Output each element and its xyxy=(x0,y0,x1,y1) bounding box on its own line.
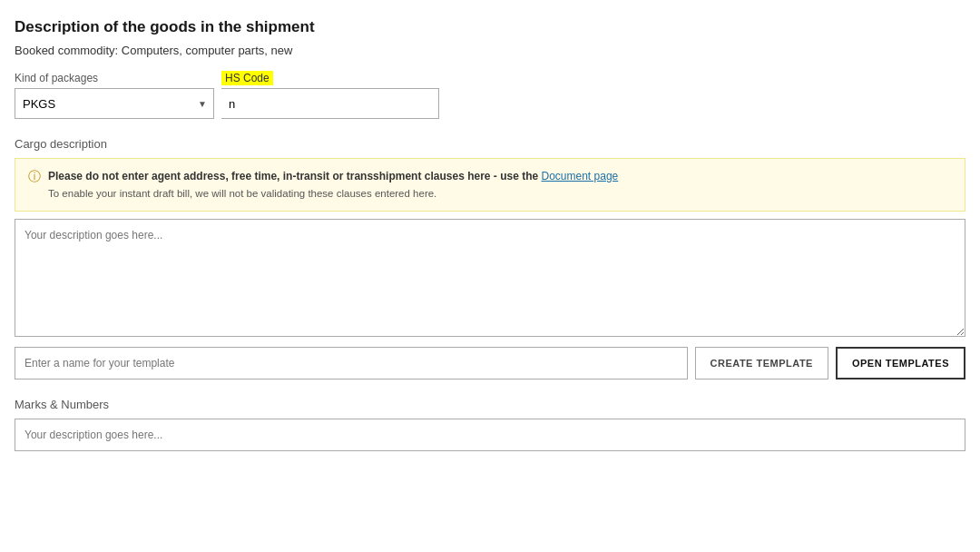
hs-code-label: HS Code xyxy=(221,72,439,84)
template-row: CREATE TEMPLATE OPEN TEMPLATES xyxy=(15,347,965,380)
cargo-info-sub-text: To enable your instant draft bill, we wi… xyxy=(48,186,618,202)
document-page-link[interactable]: Document page xyxy=(542,170,619,182)
packages-select-wrapper: PKGS CTNS PLTS BAGS ▼ xyxy=(15,88,214,119)
packages-select[interactable]: PKGS CTNS PLTS BAGS xyxy=(15,88,214,119)
packages-label: Kind of packages xyxy=(15,72,214,84)
cargo-label: Cargo description xyxy=(15,137,965,151)
info-circle-icon: ⓘ xyxy=(28,169,41,185)
cargo-info-box: ⓘ Please do not enter agent address, fre… xyxy=(15,158,965,212)
cargo-textarea[interactable] xyxy=(15,219,965,337)
cargo-section: Cargo description ⓘ Please do not enter … xyxy=(15,137,965,340)
booked-commodity-text: Booked commodity: Computers, computer pa… xyxy=(15,44,965,57)
marks-textarea[interactable] xyxy=(15,419,965,451)
create-template-button[interactable]: CREATE TEMPLATE xyxy=(695,347,828,380)
hs-code-input[interactable] xyxy=(221,88,439,119)
packages-group: Kind of packages PKGS CTNS PLTS BAGS ▼ xyxy=(15,72,214,119)
cargo-info-main-text: Please do not enter agent address, free … xyxy=(48,170,618,182)
page-title: Description of the goods in the shipment xyxy=(15,18,965,36)
marks-section: Marks & Numbers xyxy=(15,398,965,454)
marks-label: Marks & Numbers xyxy=(15,398,965,411)
hs-code-group: HS Code xyxy=(221,72,439,119)
template-name-input[interactable] xyxy=(15,347,688,380)
open-templates-button[interactable]: OPEN TEMPLATES xyxy=(836,347,965,380)
cargo-info-text: Please do not enter agent address, free … xyxy=(48,168,618,202)
packages-hs-row: Kind of packages PKGS CTNS PLTS BAGS ▼ H… xyxy=(15,72,965,119)
